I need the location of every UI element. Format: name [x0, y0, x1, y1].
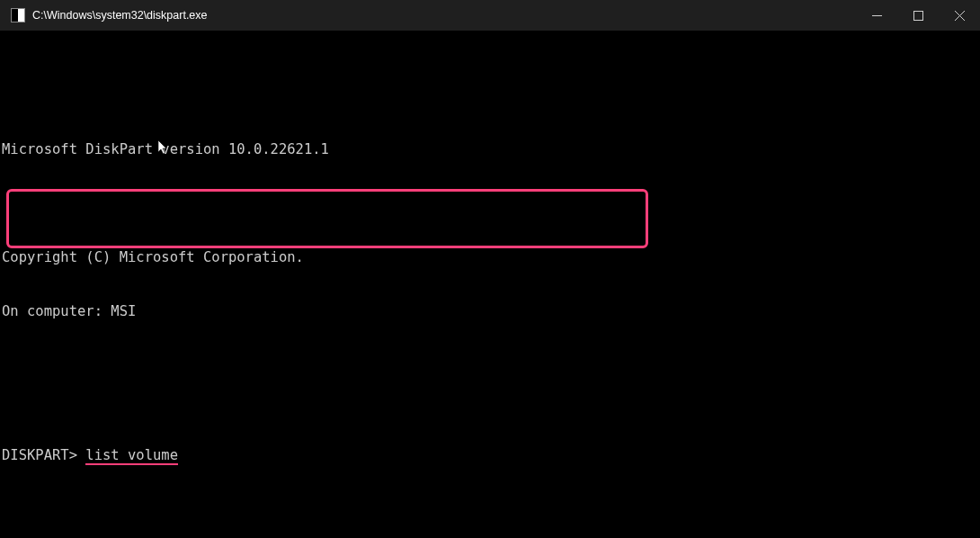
close-icon: [955, 11, 965, 21]
minimize-icon: [872, 11, 882, 21]
typed-command: list volume: [85, 448, 178, 465]
version-line: Microsoft DiskPart version 10.0.22621.1: [2, 140, 978, 158]
window-title: C:\Windows\system32\diskpart.exe: [32, 9, 856, 22]
window-titlebar: C:\Windows\system32\diskpart.exe: [0, 0, 980, 31]
terminal-output[interactable]: Microsoft DiskPart version 10.0.22621.1 …: [0, 31, 980, 538]
prompt-label: DISKPART>: [2, 447, 77, 463]
maximize-button[interactable]: [897, 0, 939, 31]
svg-rect-1: [913, 11, 922, 20]
close-button[interactable]: [939, 0, 980, 31]
app-icon: [11, 8, 25, 22]
copyright-line: Copyright (C) Microsoft Corporation.: [2, 248, 978, 266]
minimize-button[interactable]: [856, 0, 897, 31]
prompt-line: DISKPART> list volume: [2, 446, 978, 464]
maximize-icon: [913, 11, 923, 21]
computer-line: On computer: MSI: [2, 302, 978, 320]
